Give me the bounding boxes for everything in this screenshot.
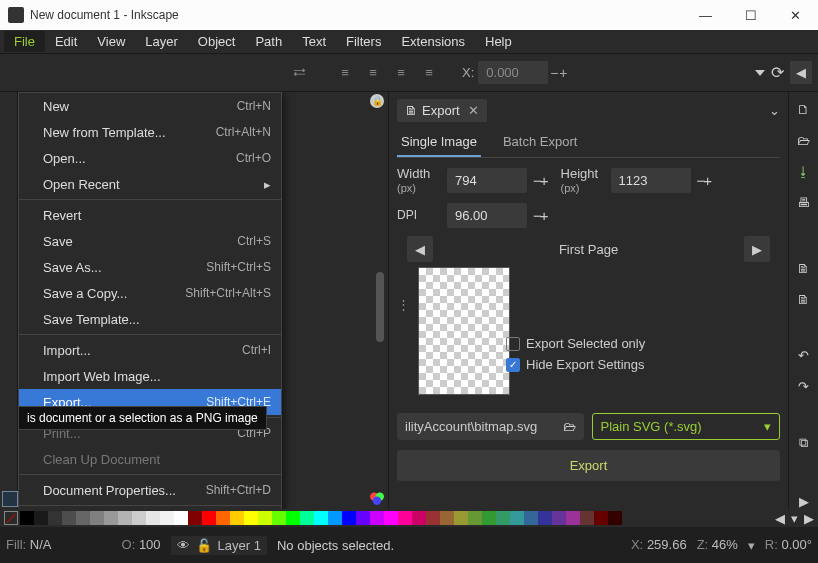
color-swatch[interactable] [594,511,608,525]
eye-icon[interactable]: 👁 [177,538,190,553]
color-swatch[interactable] [188,511,202,525]
color-swatch[interactable] [538,511,552,525]
color-swatch[interactable] [552,511,566,525]
display-mode-icon[interactable] [2,491,18,507]
print-icon[interactable]: 🖶 [795,195,813,210]
file-menu-revert[interactable]: Revert [19,202,281,228]
palette-nav-icon[interactable]: ▶ [804,511,814,526]
color-swatch[interactable] [132,511,146,525]
palette-nav-icon[interactable]: ◀ [775,511,785,526]
color-swatch[interactable] [258,511,272,525]
preview-drag-icon[interactable]: ⋮ [397,297,410,395]
color-swatch[interactable] [482,511,496,525]
color-swatch[interactable] [216,511,230,525]
export-button[interactable]: Export [397,450,780,481]
color-swatch[interactable] [48,511,62,525]
file-menu-save-template-[interactable]: Save Template... [19,306,281,332]
align-right-icon[interactable]: ≡ [388,60,414,86]
redo-icon[interactable]: ↷ [795,379,813,394]
close-button[interactable]: ✕ [773,0,818,30]
canvas-area[interactable]: 50 🔒 NewCtrl+NNew from Template...Ctrl+A… [18,92,388,509]
color-swatch[interactable] [608,511,622,525]
color-swatch[interactable] [104,511,118,525]
tab-batch-export[interactable]: Batch Export [499,128,581,157]
file-menu-open-[interactable]: Open...Ctrl+O [19,145,281,171]
file-menu-new-from-template-[interactable]: New from Template...Ctrl+Alt+N [19,119,281,145]
export-icon[interactable]: 🗎 [795,292,813,307]
color-swatch[interactable] [356,511,370,525]
width-stepper[interactable]: −+ [533,172,547,189]
zoom-dropdown-icon[interactable]: ▾ [748,538,755,553]
layer-indicator[interactable]: 👁 🔓 Layer 1 [171,536,267,555]
color-swatch[interactable] [566,511,580,525]
menu-object[interactable]: Object [188,31,246,52]
color-swatch[interactable] [510,511,524,525]
color-swatch[interactable] [230,511,244,525]
align-left-icon[interactable]: ≡ [332,60,358,86]
align-center-icon[interactable]: ≡ [360,60,386,86]
color-swatch[interactable] [496,511,510,525]
file-menu-save-a-copy-[interactable]: Save a Copy...Shift+Ctrl+Alt+S [19,280,281,306]
vertical-scrollbar[interactable] [376,272,384,342]
menu-text[interactable]: Text [292,31,336,52]
flip-icon[interactable]: ⮂ [286,60,312,86]
menu-help[interactable]: Help [475,31,522,52]
color-swatch[interactable] [454,511,468,525]
color-swatch[interactable] [328,511,342,525]
next-page-button[interactable]: ▶ [744,236,770,262]
close-panel-icon[interactable]: ✕ [468,103,479,118]
export-format-dropdown[interactable]: Plain SVG (*.svg) ▾ [592,413,781,440]
color-swatch[interactable] [160,511,174,525]
minimize-button[interactable]: — [683,0,728,30]
save-icon[interactable]: ⭳ [795,164,813,179]
color-swatch[interactable] [440,511,454,525]
export-selected-only-check[interactable]: Export Selected only [506,336,645,351]
x-coordinate-input[interactable]: 0.000 [478,61,548,84]
expand-icon[interactable]: ▶ [795,494,813,509]
prev-page-button[interactable]: ◀ [407,236,433,262]
panel-collapse-icon[interactable]: ◀ [790,61,812,84]
color-swatch[interactable] [174,511,188,525]
copy-icon[interactable]: ⧉ [795,435,813,451]
align-justify-icon[interactable]: ≡ [416,60,442,86]
menu-filters[interactable]: Filters [336,31,391,52]
color-swatch[interactable] [272,511,286,525]
height-stepper[interactable]: −+ [697,172,711,189]
color-swatch[interactable] [62,511,76,525]
file-menu-save-as-[interactable]: Save As...Shift+Ctrl+S [19,254,281,280]
color-swatch[interactable] [468,511,482,525]
ruler-lock-icon[interactable]: 🔒 [370,94,384,108]
color-swatch[interactable] [286,511,300,525]
panel-menu-chevron-icon[interactable]: ⌄ [769,103,780,118]
color-swatch[interactable] [90,511,104,525]
tab-single-image[interactable]: Single Image [397,128,481,157]
color-swatch[interactable] [384,511,398,525]
color-swatch[interactable] [146,511,160,525]
menu-view[interactable]: View [87,31,135,52]
color-swatch[interactable] [300,511,314,525]
import-icon[interactable]: 🗎 [795,261,813,276]
folder-icon[interactable]: 🗁 [563,419,576,434]
color-swatch[interactable] [118,511,132,525]
width-input[interactable] [447,168,527,193]
file-menu-save[interactable]: SaveCtrl+S [19,228,281,254]
menu-path[interactable]: Path [245,31,292,52]
file-menu-import-web-image-[interactable]: Import Web Image... [19,363,281,389]
file-menu-new[interactable]: NewCtrl+N [19,93,281,119]
menu-file[interactable]: File [4,31,45,52]
color-swatch[interactable] [314,511,328,525]
undo-icon[interactable]: ↶ [795,348,813,363]
color-swatch[interactable] [398,511,412,525]
color-wheel-icon[interactable] [370,491,384,505]
menu-layer[interactable]: Layer [135,31,188,52]
color-swatch[interactable] [370,511,384,525]
color-swatch[interactable] [244,511,258,525]
color-swatch[interactable] [412,511,426,525]
height-input[interactable] [611,168,691,193]
maximize-button[interactable]: ☐ [728,0,773,30]
palette-nav-icon[interactable]: ▾ [791,511,798,526]
file-menu-open-recent[interactable]: Open Recent▸ [19,171,281,197]
dpi-input[interactable] [447,203,527,228]
no-fill-swatch[interactable] [4,511,18,525]
file-menu-close[interactable]: CloseCtrl+W [19,508,281,509]
